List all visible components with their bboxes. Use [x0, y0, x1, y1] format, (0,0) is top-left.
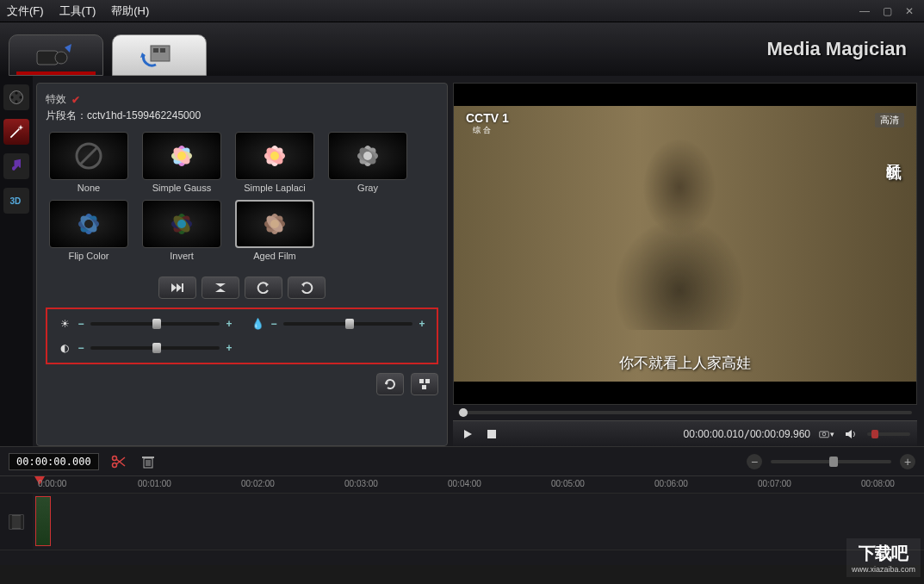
close-button[interactable]: ✕: [902, 5, 917, 17]
tool-audio[interactable]: [3, 153, 29, 179]
channel-sub: 综 合: [473, 125, 491, 136]
brightness-slider[interactable]: ☀ − +: [58, 318, 233, 330]
redo-button[interactable]: [288, 276, 326, 299]
film-convert-icon: [139, 42, 180, 68]
snapshot-button[interactable]: ▾: [819, 426, 834, 442]
scissors-icon: [111, 454, 127, 469]
effects-panel: 特效 ✔ 片段名：cctv1hd-1599462245000 None Simp…: [36, 83, 448, 446]
play-icon: [462, 429, 473, 439]
svg-rect-0: [37, 51, 58, 65]
volume-slider[interactable]: [867, 432, 910, 436]
effect-gray[interactable]: Gray: [325, 132, 411, 193]
enabled-check-icon[interactable]: ✔: [71, 94, 80, 106]
adjustment-sliders: ☀ − + 💧 − + ◐ − +: [46, 308, 438, 364]
ruler-tick: 00:04:00: [448, 479, 481, 488]
stop-button[interactable]: [484, 426, 499, 442]
skip-icon: [170, 282, 185, 294]
channel-logo: CCTV 1: [466, 111, 509, 125]
menu-bar: 文件(F) 工具(T) 帮助(H) — ▢ ✕: [0, 0, 924, 22]
delete-button[interactable]: [139, 452, 158, 471]
svg-point-8: [15, 100, 17, 103]
track-body[interactable]: [33, 494, 924, 550]
saturation-slider[interactable]: 💧 − +: [251, 318, 426, 330]
contrast-icon: ◐: [58, 342, 71, 354]
timeline-ruler[interactable]: 0:00:00 00:01:00 00:02:00 00:03:00 00:04…: [0, 475, 924, 493]
brightness-icon: ☀: [58, 318, 71, 330]
ruler-tick: 00:07:00: [758, 479, 791, 488]
minimize-button[interactable]: —: [857, 5, 872, 17]
play-button[interactable]: [460, 426, 475, 442]
tab-edit[interactable]: [9, 34, 103, 76]
maximize-button[interactable]: ▢: [879, 5, 895, 17]
flower-icon: [164, 207, 199, 241]
svg-point-6: [15, 91, 17, 94]
svg-point-27: [363, 152, 372, 160]
svg-rect-58: [9, 515, 12, 529]
svg-rect-44: [419, 379, 424, 383]
ruler-tick: 00:06:00: [654, 479, 688, 488]
svg-rect-59: [21, 515, 23, 529]
stop-icon: [487, 430, 496, 438]
svg-rect-3: [153, 48, 158, 53]
effect-none[interactable]: None: [46, 132, 132, 193]
menu-file[interactable]: 文件(F): [7, 3, 44, 19]
tool-media[interactable]: [3, 84, 29, 110]
side-toolbar: 3D: [0, 76, 33, 446]
watermark: 下载吧 www.xiazaiba.com: [846, 538, 921, 577]
camera-icon: [819, 429, 829, 439]
effect-label: Flip Color: [68, 251, 109, 261]
flower-icon: [257, 207, 292, 241]
effect-toolbar: [46, 276, 438, 299]
redo-icon: [300, 282, 313, 294]
ruler-tick: 00:01:00: [138, 479, 171, 488]
effect-aged-film[interactable]: Aged Film: [232, 200, 318, 261]
track-head[interactable]: [0, 494, 33, 550]
app-brand: Media Magician: [766, 38, 907, 60]
effect-label: Aged Film: [253, 251, 296, 261]
undo-button[interactable]: [245, 276, 282, 299]
svg-rect-43: [182, 283, 183, 292]
effect-invert[interactable]: Invert: [139, 200, 225, 261]
flower-icon: [164, 139, 199, 173]
timeline-clip[interactable]: [35, 496, 51, 546]
effect-label: Invert: [170, 251, 194, 261]
effect-flip-color[interactable]: Flip Color: [46, 200, 132, 261]
menu-tools[interactable]: 工具(T): [59, 3, 96, 19]
speaker-icon: [845, 429, 857, 439]
menu-help[interactable]: 帮助(H): [111, 3, 149, 19]
svg-point-37: [177, 220, 186, 228]
ruler-tick: 00:08:00: [861, 479, 895, 488]
effect-simple-laplaci[interactable]: Simple Laplaci: [232, 132, 318, 193]
apply-button[interactable]: [411, 373, 438, 395]
watermark-logo: 下载吧: [859, 542, 908, 565]
collapse-button[interactable]: [202, 276, 239, 299]
timecode: 00:00:00.010/00:00:09.960: [684, 428, 810, 440]
preview-panel: CCTV 1 综 合 高清 枫叶红了 你不就看上人家高娃 00:00:00.01…: [453, 83, 917, 446]
drop-icon: 💧: [251, 318, 264, 330]
zoom-slider[interactable]: [771, 460, 891, 463]
skip-button[interactable]: [158, 276, 196, 299]
timeline-area: 00:00:00.000 − + 0:00:00 00:01:00 00:02:…: [0, 446, 924, 565]
tool-3d[interactable]: 3D: [3, 188, 29, 214]
volume-button[interactable]: [843, 426, 859, 442]
ruler-tick: 00:05:00: [551, 479, 585, 488]
svg-text:3D: 3D: [10, 196, 22, 206]
video-preview[interactable]: CCTV 1 综 合 高清 枫叶红了 你不就看上人家高娃: [453, 83, 917, 405]
svg-line-12: [80, 147, 97, 165]
tab-convert[interactable]: [112, 34, 207, 76]
panel-title: 特效: [46, 92, 66, 107]
undo-icon: [257, 282, 270, 294]
flower-icon: [350, 139, 385, 173]
effects-grid: None Simple Gauss Simple Laplaci Gray Fl…: [46, 132, 438, 261]
music-note-icon: [8, 158, 25, 175]
wand-icon: [8, 123, 25, 140]
effect-simple-gauss[interactable]: Simple Gauss: [139, 132, 225, 193]
scrub-bar[interactable]: [453, 405, 917, 420]
tool-effects[interactable]: [3, 119, 29, 145]
zoom-out-button[interactable]: −: [747, 454, 762, 469]
zoom-in-button[interactable]: +: [900, 454, 915, 469]
cut-button[interactable]: [109, 452, 128, 471]
three-d-icon: 3D: [8, 192, 25, 209]
reset-button[interactable]: [376, 373, 404, 395]
contrast-slider[interactable]: ◐ − +: [58, 342, 233, 354]
